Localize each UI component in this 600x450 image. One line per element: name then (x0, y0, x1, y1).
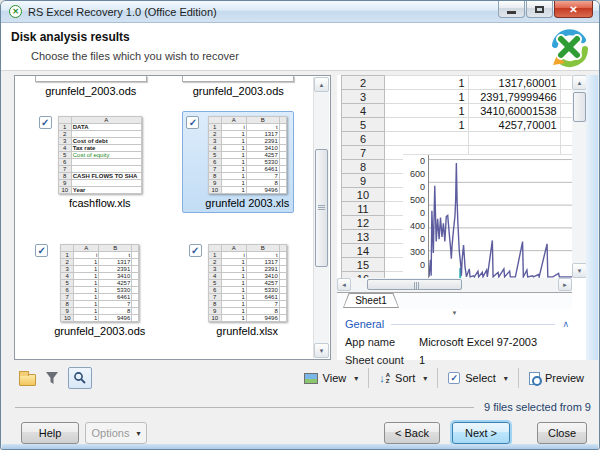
y-tick-label: 400 (403, 220, 425, 233)
wizard-header: Disk analysis results Choose the files w… (1, 23, 599, 71)
thumb-grip (318, 205, 325, 206)
y-tick-label: 0 (403, 155, 425, 168)
preview-row: 312391,79999466 (342, 90, 573, 104)
file-item-partial[interactable]: grunfeld_2003.ods (165, 76, 313, 109)
magnifier-icon (73, 371, 87, 385)
scroll-down-icon[interactable]: ▼ (572, 263, 587, 278)
status-text: 9 files selected from 9 (484, 401, 591, 413)
chevron-down-icon: ▾ (136, 429, 140, 438)
y-tick-label: 300 (403, 246, 425, 259)
file-item-box[interactable]: ✓A1DATA23Cost of debt4Tax rate5Cost of e… (35, 111, 147, 213)
view-icon (304, 373, 318, 384)
minimize-icon (507, 11, 516, 14)
preview-hscrollbar[interactable]: ◄ ► (337, 278, 572, 292)
view-label: View (323, 372, 347, 384)
chevron-down-icon: ▾ (423, 374, 427, 383)
file-item-box[interactable]: ✓AB1it2113173123914134105142576153307164… (185, 239, 292, 341)
caption-buttons: ✕ (497, 1, 593, 18)
select-button[interactable]: ✓ Select ▾ (441, 369, 515, 387)
preview-panel: 211317,60001312391,79999466413410,600015… (337, 75, 587, 360)
general-section-title: General (345, 318, 384, 330)
file-name: grunfeld.xlsx (216, 325, 278, 337)
field-app-name: App name Microsoft Excel 97-2003 (345, 336, 569, 348)
y-tick-label: 0 (403, 207, 425, 220)
preview-row: 6 (342, 132, 573, 146)
file-name: grunfeld_2003.ods (45, 85, 136, 97)
file-item[interactable]: ✓A1DATA23Cost of debt4Tax rate5Cost of e… (17, 109, 165, 237)
checkbox-icon: ✓ (448, 372, 460, 384)
file-thumbnail[interactable]: A1DATA23Cost of debt4Tax rate5Cost of eq… (58, 116, 142, 194)
view-button[interactable]: View ▾ (297, 369, 366, 387)
file-item-partial[interactable]: grunfeld_2003.ods (17, 76, 165, 109)
chart-y-axis-labels: 06000500040003000 (403, 155, 428, 278)
y-tick-label: 500 (403, 194, 425, 207)
file-item-box[interactable]: ✓AB1it2113173123914134105142576153307164… (31, 239, 150, 341)
scroll-up-icon[interactable]: ▲ (572, 75, 587, 90)
close-dialog-button[interactable]: Close (537, 422, 587, 444)
sheet-tab-strip: Sheet1 (337, 292, 572, 309)
scroll-up-icon[interactable]: ▲ (314, 77, 329, 92)
file-thumbnail[interactable]: AB1it21131731239141341051425761533071646… (60, 244, 139, 322)
file-list-panel: grunfeld_2003.odsgrunfeld_2003.ods✓A1DAT… (14, 75, 331, 360)
scrollbar-thumb[interactable] (315, 149, 328, 267)
preview-vscrollbar[interactable]: ▲ ▼ (572, 75, 587, 278)
toolbar: View ▾ ↓ AZ Sort ▾ ✓ Select ▾ Prev (1, 363, 599, 393)
minimize-button[interactable] (498, 1, 525, 18)
file-thumbnail[interactable]: AB1it21131731239141341051425761533071646… (208, 244, 287, 322)
magnifier-button[interactable] (68, 367, 92, 389)
file-item-box[interactable]: ✓AB1it2113173123914134105142576153307164… (182, 111, 294, 213)
scrollbar-thumb[interactable] (573, 92, 586, 122)
scroll-down-icon[interactable]: ▼ (314, 343, 329, 358)
sheet-preview: 211317,60001312391,79999466413410,600015… (337, 75, 572, 278)
collapse-icon[interactable]: ∧ (562, 319, 569, 329)
sort-icon: ↓ AZ (379, 372, 390, 384)
file-name: fcashflow.xls (69, 197, 131, 209)
file-list-scrollbar[interactable]: ▲ ▼ (313, 77, 329, 358)
field-label: App name (345, 336, 419, 348)
window-title: RS Excel Recovery 1.0 (Office Edition) (28, 6, 217, 18)
page-subtitle: Choose the files which you wish to recov… (31, 50, 239, 62)
tab-sheet1[interactable]: Sheet1 (343, 293, 399, 308)
file-checkbox[interactable]: ✓ (189, 244, 202, 257)
maximize-button[interactable] (526, 1, 553, 18)
scroll-left-icon[interactable]: ◄ (337, 278, 351, 291)
file-checkbox[interactable]: ✓ (186, 116, 199, 129)
general-section: General ∧ App name Microsoft Excel 97-20… (345, 318, 569, 366)
scrollbar-thumb[interactable] (367, 279, 462, 290)
y-tick-label: 600 (403, 168, 425, 181)
back-button[interactable]: < Back (384, 422, 440, 444)
sort-button[interactable]: ↓ AZ Sort ▾ (372, 369, 434, 387)
preview-row: 211317,60001 (342, 76, 573, 90)
file-item[interactable]: ✓AB1it2113173123914134105142576153307164… (165, 109, 313, 237)
chevron-down-icon: ▾ (504, 374, 508, 383)
preview-button[interactable]: Preview (522, 369, 591, 388)
options-button[interactable]: Options ▾ (85, 422, 147, 444)
filter-icon[interactable] (45, 371, 59, 385)
preview-row: 514257,70001 (342, 118, 573, 132)
field-value: Microsoft Excel 97-2003 (419, 336, 537, 348)
file-thumbnail[interactable]: AB1it21131731239141341051425761533071646… (208, 116, 287, 194)
thumb-grip (414, 282, 415, 289)
splitter-handle[interactable]: ▼ (337, 309, 572, 317)
status-row: 9 files selected from 9 (15, 400, 591, 414)
file-name: grunfeld_2003.ods (193, 85, 284, 97)
file-item[interactable]: ✓AB1it2113173123914134105142576153307164… (165, 237, 313, 359)
maximize-icon (535, 6, 544, 13)
sheet-tab-label: Sheet1 (344, 294, 398, 307)
next-button[interactable]: Next > (452, 422, 510, 444)
app-icon: ✕ (9, 5, 22, 18)
scroll-right-icon[interactable]: ► (558, 278, 572, 291)
help-button[interactable]: Help (21, 422, 79, 444)
file-name: grunfeld_2003.ods (54, 325, 145, 337)
file-checkbox[interactable]: ✓ (35, 244, 48, 257)
options-label: Options (92, 427, 130, 439)
chart-plot-area (428, 155, 572, 278)
window-bottom-border (2, 444, 598, 449)
folder-icon[interactable] (19, 374, 36, 386)
embedded-chart: 06000500040003000 (403, 154, 572, 278)
file-checkbox[interactable]: ✓ (39, 116, 52, 129)
chevron-down-icon: ▾ (354, 374, 358, 383)
preview-icon (529, 372, 540, 385)
file-item[interactable]: ✓AB1it2113173123914134105142576153307164… (17, 237, 165, 359)
close-button[interactable]: ✕ (554, 1, 593, 18)
